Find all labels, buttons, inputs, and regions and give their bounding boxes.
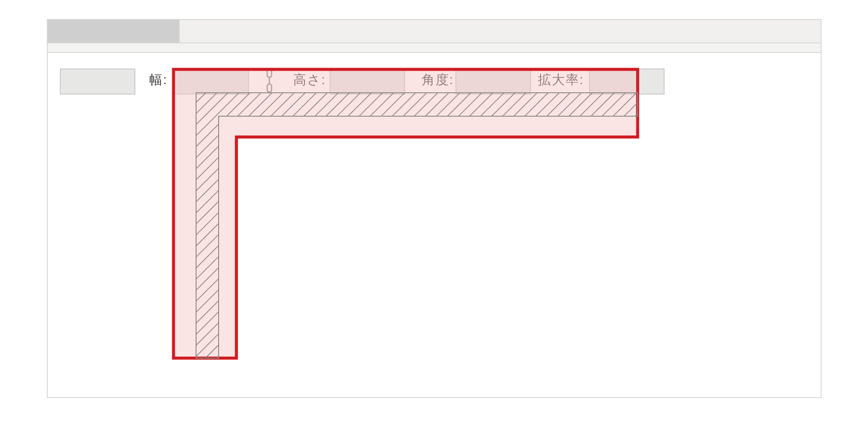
preset-select[interactable] [60,69,135,95]
width-label: 幅: [149,71,167,89]
sub-bar [48,43,821,53]
window-frame: 幅: 高さ: 角度: 拡大率: [47,19,822,398]
zoom-input[interactable] [589,69,665,95]
height-label: 高さ: [293,71,326,89]
angle-label: 角度: [422,71,454,89]
properties-bar: 幅: 高さ: 角度: 拡大率: [48,59,821,96]
width-input[interactable] [174,69,249,95]
stage: 幅: 高さ: 角度: 拡大率: [0,0,868,434]
height-input[interactable] [330,69,405,95]
link-aspect-icon[interactable] [265,68,274,94]
svg-rect-1 [267,84,272,92]
title-bar [48,20,821,43]
zoom-label: 拡大率: [538,71,584,89]
svg-rect-0 [267,69,272,77]
angle-input[interactable] [455,69,531,95]
title-tab[interactable] [48,20,180,42]
